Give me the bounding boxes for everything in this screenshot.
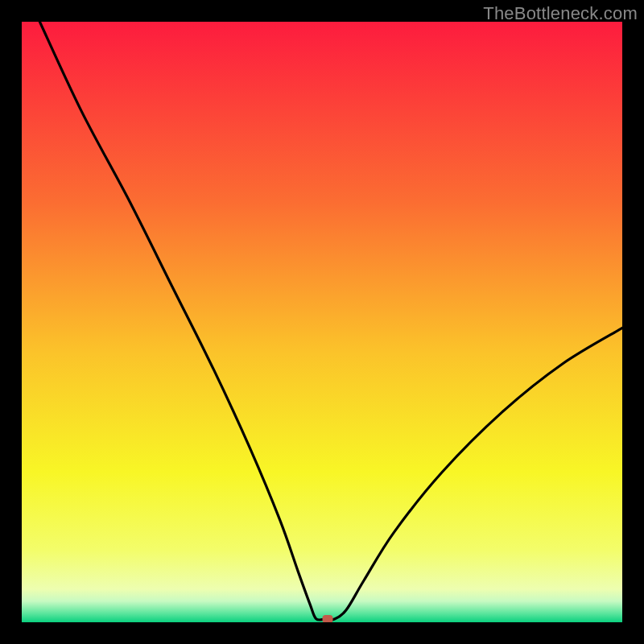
plot-area [22,22,622,622]
bottleneck-curve [22,22,622,622]
optimal-point-marker [323,615,333,622]
chart-frame: TheBottleneck.com [0,0,644,644]
watermark-text: TheBottleneck.com [483,3,638,24]
